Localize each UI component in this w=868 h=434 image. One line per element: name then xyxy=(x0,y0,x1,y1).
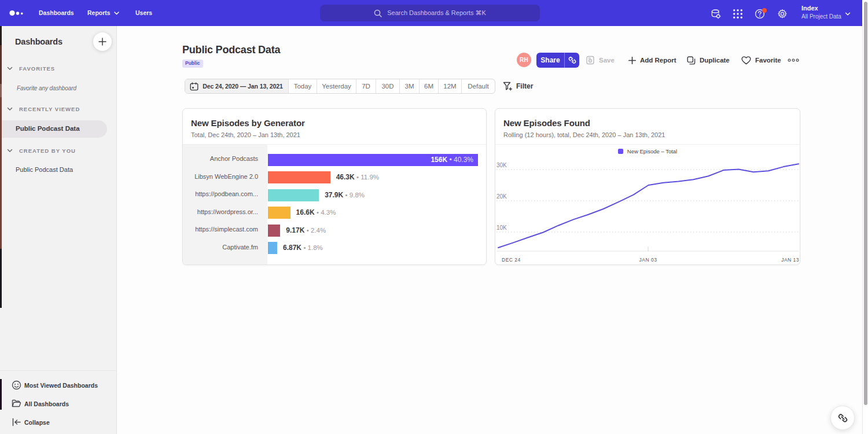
bar-value-label: 156K • 40.3% xyxy=(431,156,473,164)
data-management-icon[interactable] xyxy=(711,9,721,19)
filter-button[interactable]: Filter xyxy=(503,79,533,94)
preset-3m[interactable]: 3M xyxy=(399,79,419,93)
duplicate-button[interactable]: Duplicate xyxy=(687,53,730,68)
share-button[interactable]: Share xyxy=(536,53,579,68)
project-chevron-down-icon[interactable] xyxy=(845,12,851,16)
sidebar-section-recently-viewed[interactable]: RECENTLY VIEWED xyxy=(19,106,80,112)
sidebar-item-all-dashboards[interactable]: All Dashboards xyxy=(0,396,117,411)
card-subtitle: Total, Dec 24th, 2020 – Jan 13th, 2021 xyxy=(191,131,300,138)
sidebar-collapse-button[interactable]: Collapse xyxy=(0,415,117,430)
bar-category-label: https://wordpress.or... xyxy=(183,208,258,215)
link-icon xyxy=(568,56,576,64)
line-chart-plot[interactable]: 30K 20K 10K DEC 24 JAN 03 JAN 13 xyxy=(495,145,800,265)
sidebar-all-dashboards-label: All Dashboards xyxy=(24,400,69,407)
add-report-label: Add Report xyxy=(640,57,676,64)
page-title: Public Podcast Data xyxy=(182,44,280,56)
nav-tab-users[interactable]: Users xyxy=(135,0,152,26)
search-placeholder: Search Dashboards & Reports ⌘K xyxy=(387,9,486,17)
date-range-label: Dec 24, 2020 — Jan 13, 2021 xyxy=(203,83,283,90)
bar-captivate[interactable] xyxy=(268,242,277,254)
sidebar-item-most-viewed[interactable]: Most Viewed Dashboards xyxy=(0,378,117,393)
screen-edge-artifact xyxy=(0,379,2,410)
preset-yesterday[interactable]: Yesterday xyxy=(317,79,356,93)
project-switcher[interactable]: Index All Project Data xyxy=(801,4,841,20)
chevron-down-icon xyxy=(114,12,119,15)
mixpanel-logo-icon[interactable] xyxy=(9,0,32,26)
y-tick-20k: 20K xyxy=(496,193,507,200)
more-options-button[interactable] xyxy=(788,53,799,68)
y-tick-30k: 30K xyxy=(496,162,507,168)
screen-edge-artifact xyxy=(0,45,2,84)
copy-link-button[interactable] xyxy=(565,53,579,68)
preset-12m[interactable]: 12M xyxy=(438,79,461,93)
create-dashboard-button[interactable] xyxy=(93,32,112,51)
content-right-border xyxy=(862,26,863,434)
folder-icon xyxy=(12,399,21,409)
section-chevron-icon[interactable] xyxy=(7,107,13,111)
mixpanel-dashboard-app: Dashboards Reports Users Search Dashboar… xyxy=(0,0,868,434)
save-button[interactable]: Save xyxy=(586,53,615,68)
date-range-control: Dec 24, 2020 — Jan 13, 2021 Today Yester… xyxy=(185,79,495,94)
favorites-empty-hint: Favorite any dashboard xyxy=(17,85,76,91)
preset-default[interactable]: Default xyxy=(461,79,495,93)
episodes-line xyxy=(498,164,799,248)
sidebar-item-public-podcast-data[interactable]: Public Podcast Data xyxy=(16,125,80,132)
favorite-button[interactable]: Favorite xyxy=(741,53,781,68)
sidebar: Dashboards FAVORITES Favorite any dashbo… xyxy=(0,26,117,434)
bar-simplecast[interactable] xyxy=(268,225,280,237)
x-tick-dec24: DEC 24 xyxy=(502,257,521,263)
search-input[interactable]: Search Dashboards & Reports ⌘K xyxy=(320,5,540,21)
preset-today[interactable]: Today xyxy=(288,79,317,93)
add-report-button[interactable]: Add Report xyxy=(628,53,676,68)
filter-funnel-icon xyxy=(503,82,513,91)
smiley-icon xyxy=(12,380,21,390)
ellipsis-icon xyxy=(788,58,799,62)
avatar[interactable]: RH xyxy=(517,53,531,67)
public-badge: Public xyxy=(182,60,203,68)
preset-7d[interactable]: 7D xyxy=(356,79,376,93)
card-new-episodes-found: New Episodes Found Rolling (12 hours), t… xyxy=(495,108,800,265)
collapse-icon xyxy=(12,417,21,427)
bar-libsyn[interactable] xyxy=(268,171,330,183)
project-scope: All Project Data xyxy=(801,13,841,20)
sidebar-section-favorites[interactable]: FAVORITES xyxy=(19,65,55,72)
apps-grid-icon[interactable] xyxy=(733,9,743,19)
sidebar-item-created-public-podcast-data[interactable]: Public Podcast Data xyxy=(16,166,73,173)
bar-category-label: https://simplecast.com xyxy=(183,226,258,233)
floating-copy-link-button[interactable] xyxy=(830,406,855,430)
nav-tab-reports[interactable]: Reports xyxy=(87,0,119,26)
section-chevron-icon[interactable] xyxy=(7,149,13,153)
bar-category-label: https://podbean.com... xyxy=(183,190,258,197)
y-tick-labels: 30K 20K 10K xyxy=(496,162,507,231)
save-button-label: Save xyxy=(599,57,615,64)
sidebar-section-created-by-you[interactable]: CREATED BY YOU xyxy=(19,148,76,154)
bar-value-label: 9.17K • 2.4% xyxy=(286,226,326,234)
sidebar-divider xyxy=(0,370,117,371)
bar-category-label: Captivate.fm xyxy=(183,244,258,251)
settings-gear-icon[interactable] xyxy=(777,9,788,19)
bar-anchor-podcasts[interactable]: 156K • 40.3% xyxy=(268,154,478,166)
card-subtitle: Rolling (12 hours), total, Dec 24th, 202… xyxy=(503,131,665,138)
card-title: New Episodes by Generator xyxy=(191,118,305,128)
plus-icon xyxy=(98,38,106,46)
share-button-label[interactable]: Share xyxy=(536,53,564,68)
section-chevron-icon[interactable] xyxy=(7,67,13,71)
duplicate-label: Duplicate xyxy=(700,57,730,64)
bar-podbean[interactable] xyxy=(268,189,319,201)
x-tick-jan13: JAN 13 xyxy=(781,257,799,263)
screen-edge-artifact xyxy=(0,84,2,97)
search-icon xyxy=(374,9,382,17)
scrollbar-thumb[interactable] xyxy=(864,2,867,405)
nav-tab-dashboards[interactable]: Dashboards xyxy=(39,0,74,26)
date-range-button[interactable]: Dec 24, 2020 — Jan 13, 2021 xyxy=(185,79,288,93)
preset-6m[interactable]: 6M xyxy=(419,79,438,93)
bar-wordpress[interactable] xyxy=(268,207,290,219)
filter-label: Filter xyxy=(516,82,533,90)
screen-edge-artifact xyxy=(0,97,2,249)
link-icon xyxy=(838,413,848,423)
gridlines xyxy=(496,170,799,232)
screen-edge-artifact xyxy=(0,26,2,45)
bar-category-label: Libsyn WebEngine 2.0 xyxy=(183,173,258,180)
preset-30d[interactable]: 30D xyxy=(376,79,399,93)
card-title: New Episodes Found xyxy=(503,118,590,128)
